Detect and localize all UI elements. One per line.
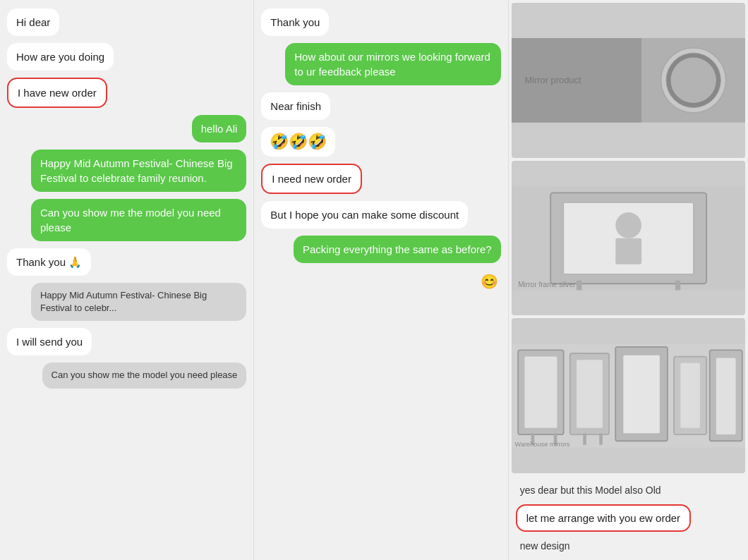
msg-i-will-send: I will send you bbox=[7, 328, 246, 355]
bubble-how-about-mirrors: How about our mirrors we looking forward… bbox=[285, 43, 500, 85]
bubble-packing-same: Packing everything the same as before? bbox=[294, 236, 501, 263]
msg-hello-ali: hello Ali bbox=[7, 115, 246, 142]
chat-column-1: Hi dear How are you doing I have new ord… bbox=[0, 0, 254, 560]
svg-rect-22 bbox=[680, 363, 700, 428]
bubble-can-you-show-preview: Can you show me the model you need pleas… bbox=[42, 363, 247, 388]
msg-i-have-new-order: I have new order bbox=[7, 78, 246, 108]
bubble-i-will-send: I will send you bbox=[7, 328, 92, 355]
emoji-laughing: 🤣🤣🤣 bbox=[261, 127, 335, 157]
msg-i-need-new-order: I need new order bbox=[261, 164, 500, 194]
bubble-near-finish: Near finish bbox=[261, 92, 330, 120]
svg-rect-28 bbox=[599, 434, 603, 446]
msg-let-me-arrange: let me arrange with you ew order bbox=[516, 504, 741, 532]
mirror-image-3: Warehouse mirrors bbox=[512, 318, 745, 473]
msg-hi-dear: Hi dear bbox=[7, 8, 246, 36]
bubble-thank-you-pray: Thank you 🙏 bbox=[7, 248, 91, 276]
msg-packing-same: Packing everything the same as before? bbox=[261, 236, 500, 263]
svg-rect-16 bbox=[524, 357, 557, 428]
msg-can-you-show: Can you show me the model you need pleas… bbox=[7, 199, 246, 241]
svg-rect-18 bbox=[577, 360, 603, 429]
msg-near-finish: Near finish bbox=[261, 92, 500, 120]
image-section: Mirror product Mirror frame silver bbox=[509, 0, 748, 476]
chat-column-3: Mirror product Mirror frame silver bbox=[509, 0, 748, 560]
bubble-thank-you: Thank you bbox=[261, 8, 329, 36]
bubble-hello-ali: hello Ali bbox=[192, 115, 247, 142]
msg-emoji-row: 🤣🤣🤣 bbox=[261, 127, 500, 157]
bubble-how-are-you: How are you doing bbox=[7, 43, 114, 71]
msg-thank-you: Thank you bbox=[261, 8, 500, 36]
bubble-let-me-arrange: let me arrange with you ew order bbox=[516, 504, 691, 532]
msg-happy-festival-preview: Happy Mid Autumn Festival- Chinese Big F… bbox=[7, 283, 246, 321]
svg-rect-12 bbox=[675, 280, 680, 290]
emoji-smile-icon: 😊 bbox=[478, 270, 501, 293]
svg-point-9 bbox=[615, 212, 641, 238]
mirror-image-1: Mirror product bbox=[512, 3, 745, 158]
chat-column-2: Thank you How about our mirrors we looki… bbox=[254, 0, 508, 560]
msg-can-you-show-preview: Can you show me the model you need pleas… bbox=[7, 363, 246, 388]
msg-yes-dear-old: yes dear but this Model also Old bbox=[516, 482, 741, 499]
msg-but-hope-discount: But I hope you can make some discount bbox=[261, 201, 500, 229]
svg-point-3 bbox=[670, 58, 716, 103]
bubble-i-need-new-order: I need new order bbox=[261, 164, 362, 194]
msg-how-are-you: How are you doing bbox=[7, 43, 246, 71]
col3-messages: yes dear but this Model also Old let me … bbox=[509, 476, 748, 560]
text-yes-dear-old: yes dear but this Model also Old bbox=[516, 482, 665, 499]
svg-rect-10 bbox=[615, 238, 641, 264]
svg-rect-24 bbox=[716, 358, 736, 435]
bubble-i-have-new-order: I have new order bbox=[7, 78, 107, 108]
bubble-hi-dear: Hi dear bbox=[7, 8, 59, 36]
svg-text:Mirror frame silver: Mirror frame silver bbox=[518, 281, 576, 288]
bubble-happy-festival-preview: Happy Mid Autumn Festival- Chinese Big F… bbox=[31, 283, 246, 321]
svg-text:Warehouse mirrors: Warehouse mirrors bbox=[514, 441, 569, 448]
svg-text:Mirror product: Mirror product bbox=[524, 75, 581, 85]
msg-thank-you-pray: Thank you 🙏 bbox=[7, 248, 246, 276]
mirror-image-2: Mirror frame silver bbox=[512, 161, 745, 316]
svg-rect-11 bbox=[577, 280, 581, 290]
bubble-but-hope-discount: But I hope you can make some discount bbox=[261, 201, 468, 229]
text-new-design: new design bbox=[516, 537, 574, 554]
msg-how-about-mirrors: How about our mirrors we looking forward… bbox=[261, 43, 500, 85]
bubble-can-you-show: Can you show me the model you need pleas… bbox=[31, 199, 246, 241]
bubble-happy-festival: Happy Mid Autumn Festival- Chinese Big F… bbox=[31, 150, 246, 192]
msg-emoji-bottom: 😊 bbox=[261, 270, 500, 293]
msg-happy-festival: Happy Mid Autumn Festival- Chinese Big F… bbox=[7, 150, 246, 192]
msg-new-design: new design bbox=[516, 537, 741, 554]
svg-rect-27 bbox=[583, 434, 586, 446]
svg-rect-20 bbox=[623, 355, 660, 433]
